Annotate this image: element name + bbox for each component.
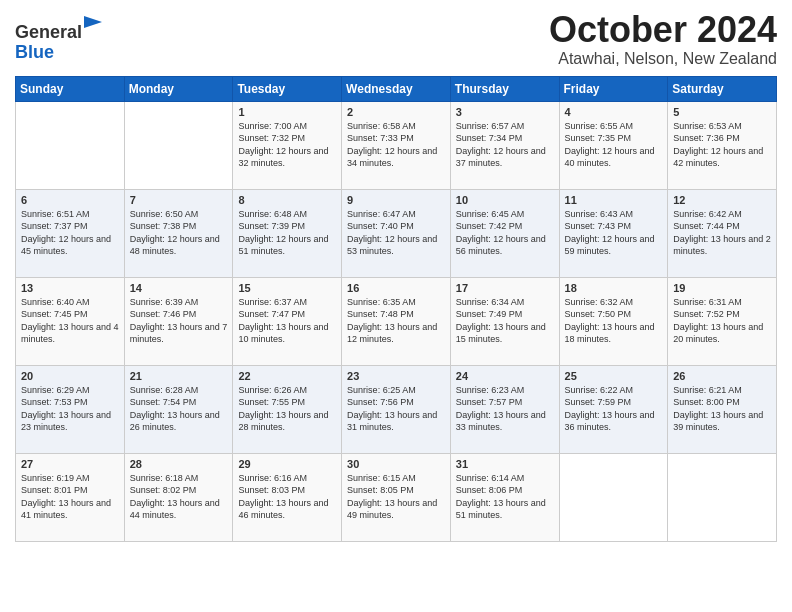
calendar-cell: 19 Sunrise: 6:31 AMSunset: 7:52 PMDaylig…	[668, 277, 777, 365]
calendar-cell: 4 Sunrise: 6:55 AMSunset: 7:35 PMDayligh…	[559, 101, 668, 189]
day-info: Sunrise: 6:26 AMSunset: 7:55 PMDaylight:…	[238, 385, 328, 433]
calendar-table: SundayMondayTuesdayWednesdayThursdayFrid…	[15, 76, 777, 542]
day-number: 29	[238, 458, 336, 470]
day-number: 15	[238, 282, 336, 294]
day-info: Sunrise: 6:58 AMSunset: 7:33 PMDaylight:…	[347, 121, 437, 169]
day-info: Sunrise: 6:35 AMSunset: 7:48 PMDaylight:…	[347, 297, 437, 345]
calendar-week-row: 1 Sunrise: 7:00 AMSunset: 7:32 PMDayligh…	[16, 101, 777, 189]
day-info: Sunrise: 6:23 AMSunset: 7:57 PMDaylight:…	[456, 385, 546, 433]
svg-marker-0	[84, 16, 102, 28]
calendar-cell: 3 Sunrise: 6:57 AMSunset: 7:34 PMDayligh…	[450, 101, 559, 189]
day-number: 25	[565, 370, 663, 382]
day-info: Sunrise: 6:34 AMSunset: 7:49 PMDaylight:…	[456, 297, 546, 345]
col-header-thursday: Thursday	[450, 76, 559, 101]
day-info: Sunrise: 6:19 AMSunset: 8:01 PMDaylight:…	[21, 473, 111, 521]
day-info: Sunrise: 6:43 AMSunset: 7:43 PMDaylight:…	[565, 209, 655, 257]
day-info: Sunrise: 6:14 AMSunset: 8:06 PMDaylight:…	[456, 473, 546, 521]
day-number: 19	[673, 282, 771, 294]
day-number: 12	[673, 194, 771, 206]
calendar-cell: 15 Sunrise: 6:37 AMSunset: 7:47 PMDaylig…	[233, 277, 342, 365]
day-number: 16	[347, 282, 445, 294]
day-number: 5	[673, 106, 771, 118]
calendar-cell: 16 Sunrise: 6:35 AMSunset: 7:48 PMDaylig…	[342, 277, 451, 365]
day-info: Sunrise: 6:28 AMSunset: 7:54 PMDaylight:…	[130, 385, 220, 433]
calendar-cell: 26 Sunrise: 6:21 AMSunset: 8:00 PMDaylig…	[668, 365, 777, 453]
calendar-cell: 14 Sunrise: 6:39 AMSunset: 7:46 PMDaylig…	[124, 277, 233, 365]
day-number: 13	[21, 282, 119, 294]
calendar-cell	[668, 453, 777, 541]
calendar-cell: 18 Sunrise: 6:32 AMSunset: 7:50 PMDaylig…	[559, 277, 668, 365]
calendar-cell	[559, 453, 668, 541]
day-info: Sunrise: 6:29 AMSunset: 7:53 PMDaylight:…	[21, 385, 111, 433]
calendar-cell: 31 Sunrise: 6:14 AMSunset: 8:06 PMDaylig…	[450, 453, 559, 541]
day-info: Sunrise: 6:21 AMSunset: 8:00 PMDaylight:…	[673, 385, 763, 433]
day-number: 24	[456, 370, 554, 382]
day-number: 8	[238, 194, 336, 206]
calendar-cell: 13 Sunrise: 6:40 AMSunset: 7:45 PMDaylig…	[16, 277, 125, 365]
month-title: October 2024	[549, 10, 777, 50]
day-info: Sunrise: 6:22 AMSunset: 7:59 PMDaylight:…	[565, 385, 655, 433]
day-info: Sunrise: 6:51 AMSunset: 7:37 PMDaylight:…	[21, 209, 111, 257]
day-number: 1	[238, 106, 336, 118]
day-info: Sunrise: 6:39 AMSunset: 7:46 PMDaylight:…	[130, 297, 228, 345]
day-info: Sunrise: 6:42 AMSunset: 7:44 PMDaylight:…	[673, 209, 771, 257]
day-number: 2	[347, 106, 445, 118]
logo-blue: Blue	[15, 42, 54, 62]
day-info: Sunrise: 6:31 AMSunset: 7:52 PMDaylight:…	[673, 297, 763, 345]
calendar-cell: 29 Sunrise: 6:16 AMSunset: 8:03 PMDaylig…	[233, 453, 342, 541]
day-number: 17	[456, 282, 554, 294]
day-info: Sunrise: 6:57 AMSunset: 7:34 PMDaylight:…	[456, 121, 546, 169]
calendar-cell	[16, 101, 125, 189]
day-number: 9	[347, 194, 445, 206]
calendar-cell	[124, 101, 233, 189]
calendar-week-row: 27 Sunrise: 6:19 AMSunset: 8:01 PMDaylig…	[16, 453, 777, 541]
calendar-week-row: 13 Sunrise: 6:40 AMSunset: 7:45 PMDaylig…	[16, 277, 777, 365]
calendar-cell: 10 Sunrise: 6:45 AMSunset: 7:42 PMDaylig…	[450, 189, 559, 277]
calendar-cell: 24 Sunrise: 6:23 AMSunset: 7:57 PMDaylig…	[450, 365, 559, 453]
col-header-friday: Friday	[559, 76, 668, 101]
calendar-cell: 27 Sunrise: 6:19 AMSunset: 8:01 PMDaylig…	[16, 453, 125, 541]
col-header-wednesday: Wednesday	[342, 76, 451, 101]
day-number: 4	[565, 106, 663, 118]
location: Atawhai, Nelson, New Zealand	[549, 50, 777, 68]
day-number: 3	[456, 106, 554, 118]
calendar-cell: 6 Sunrise: 6:51 AMSunset: 7:37 PMDayligh…	[16, 189, 125, 277]
day-info: Sunrise: 6:32 AMSunset: 7:50 PMDaylight:…	[565, 297, 655, 345]
day-number: 30	[347, 458, 445, 470]
title-area: October 2024 Atawhai, Nelson, New Zealan…	[549, 10, 777, 68]
day-number: 7	[130, 194, 228, 206]
calendar-cell: 22 Sunrise: 6:26 AMSunset: 7:55 PMDaylig…	[233, 365, 342, 453]
calendar-header-row: SundayMondayTuesdayWednesdayThursdayFrid…	[16, 76, 777, 101]
col-header-saturday: Saturday	[668, 76, 777, 101]
calendar-cell: 20 Sunrise: 6:29 AMSunset: 7:53 PMDaylig…	[16, 365, 125, 453]
day-number: 22	[238, 370, 336, 382]
day-info: Sunrise: 6:53 AMSunset: 7:36 PMDaylight:…	[673, 121, 763, 169]
calendar-cell: 23 Sunrise: 6:25 AMSunset: 7:56 PMDaylig…	[342, 365, 451, 453]
day-number: 21	[130, 370, 228, 382]
day-number: 11	[565, 194, 663, 206]
calendar-cell: 28 Sunrise: 6:18 AMSunset: 8:02 PMDaylig…	[124, 453, 233, 541]
day-info: Sunrise: 6:47 AMSunset: 7:40 PMDaylight:…	[347, 209, 437, 257]
calendar-cell: 25 Sunrise: 6:22 AMSunset: 7:59 PMDaylig…	[559, 365, 668, 453]
calendar-cell: 11 Sunrise: 6:43 AMSunset: 7:43 PMDaylig…	[559, 189, 668, 277]
day-info: Sunrise: 6:25 AMSunset: 7:56 PMDaylight:…	[347, 385, 437, 433]
calendar-cell: 30 Sunrise: 6:15 AMSunset: 8:05 PMDaylig…	[342, 453, 451, 541]
logo-general: General	[15, 22, 82, 42]
day-number: 27	[21, 458, 119, 470]
day-info: Sunrise: 6:55 AMSunset: 7:35 PMDaylight:…	[565, 121, 655, 169]
logo: General Blue	[15, 16, 102, 63]
day-info: Sunrise: 6:45 AMSunset: 7:42 PMDaylight:…	[456, 209, 546, 257]
calendar-cell: 7 Sunrise: 6:50 AMSunset: 7:38 PMDayligh…	[124, 189, 233, 277]
day-number: 31	[456, 458, 554, 470]
calendar-cell: 8 Sunrise: 6:48 AMSunset: 7:39 PMDayligh…	[233, 189, 342, 277]
col-header-monday: Monday	[124, 76, 233, 101]
day-info: Sunrise: 6:48 AMSunset: 7:39 PMDaylight:…	[238, 209, 328, 257]
logo-flag-icon	[84, 16, 102, 38]
calendar-week-row: 20 Sunrise: 6:29 AMSunset: 7:53 PMDaylig…	[16, 365, 777, 453]
calendar-cell: 1 Sunrise: 7:00 AMSunset: 7:32 PMDayligh…	[233, 101, 342, 189]
day-info: Sunrise: 6:16 AMSunset: 8:03 PMDaylight:…	[238, 473, 328, 521]
col-header-sunday: Sunday	[16, 76, 125, 101]
page-header: General Blue October 2024 Atawhai, Nelso…	[15, 10, 777, 68]
calendar-cell: 5 Sunrise: 6:53 AMSunset: 7:36 PMDayligh…	[668, 101, 777, 189]
day-info: Sunrise: 6:50 AMSunset: 7:38 PMDaylight:…	[130, 209, 220, 257]
